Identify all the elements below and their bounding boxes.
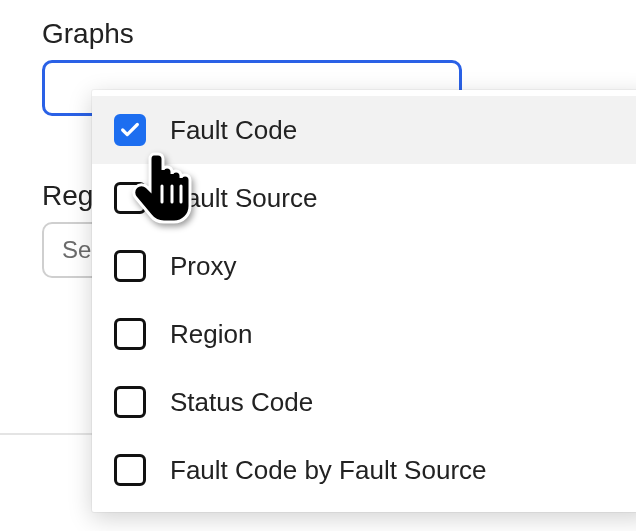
dropdown-item-status-code[interactable]: Status Code <box>92 368 636 436</box>
graphs-label: Graphs <box>42 18 462 50</box>
dropdown-item-label: Fault Source <box>170 183 317 214</box>
dropdown-item-label: Region <box>170 319 252 350</box>
dropdown-item-proxy[interactable]: Proxy <box>92 232 636 300</box>
dropdown-item-region[interactable]: Region <box>92 300 636 368</box>
checkbox-region[interactable] <box>114 318 146 350</box>
checkbox-fault-code-by-fault-source[interactable] <box>114 454 146 486</box>
dropdown-item-fault-code[interactable]: Fault Code <box>92 96 636 164</box>
dropdown-item-label: Fault Code by Fault Source <box>170 455 487 486</box>
divider-line <box>0 433 100 435</box>
dropdown-item-label: Status Code <box>170 387 313 418</box>
checkbox-fault-source[interactable] <box>114 182 146 214</box>
check-icon <box>119 119 141 141</box>
region-select-placeholder: Se <box>62 236 91 264</box>
checkbox-status-code[interactable] <box>114 386 146 418</box>
checkbox-fault-code[interactable] <box>114 114 146 146</box>
dropdown-item-label: Proxy <box>170 251 236 282</box>
dropdown-item-fault-code-by-fault-source[interactable]: Fault Code by Fault Source <box>92 436 636 504</box>
checkbox-proxy[interactable] <box>114 250 146 282</box>
graphs-dropdown-menu: Fault Code Fault Source Proxy Region <box>92 90 636 512</box>
dropdown-item-fault-source[interactable]: Fault Source <box>92 164 636 232</box>
dropdown-item-label: Fault Code <box>170 115 297 146</box>
